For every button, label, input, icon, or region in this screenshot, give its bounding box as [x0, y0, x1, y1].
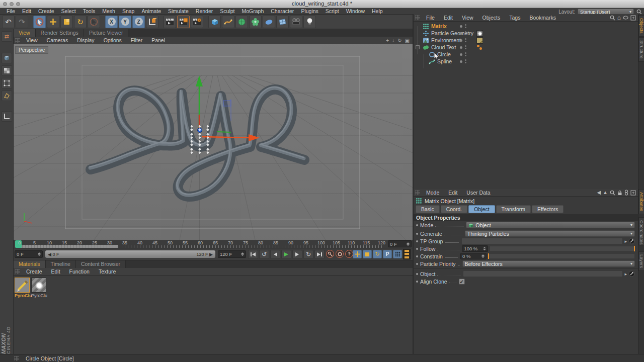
- sketch-material-tag[interactable]: [476, 37, 483, 44]
- visibility-toggles[interactable]: [465, 31, 466, 35]
- tp-group-link-field[interactable]: [461, 238, 623, 244]
- om-menu-objects[interactable]: Objects: [478, 15, 505, 21]
- tab-transform[interactable]: Transform: [496, 205, 531, 213]
- convert-object-button[interactable]: ⇄: [2, 31, 12, 42]
- next-frame-button[interactable]: [292, 250, 302, 259]
- pick-object-icon[interactable]: [628, 238, 635, 244]
- key-scale-toggle[interactable]: [363, 250, 372, 258]
- link-icon[interactable]: [624, 190, 628, 196]
- key-pla-toggle[interactable]: [393, 250, 402, 258]
- z-axis-lock-button[interactable]: Z: [132, 16, 145, 28]
- menu-mesh[interactable]: Mesh: [99, 8, 119, 14]
- mat-menu-function[interactable]: Function: [65, 268, 94, 275]
- add-spline-button[interactable]: [222, 16, 234, 28]
- vp-menu-panel[interactable]: Panel: [147, 37, 170, 43]
- viewport-rotate-icon[interactable]: ↻: [397, 38, 401, 43]
- layer-dot[interactable]: [460, 25, 462, 28]
- material-thumbnail-cloud[interactable]: [31, 278, 46, 293]
- material-item[interactable]: PyroClu: [31, 278, 46, 298]
- autokey-button[interactable]: [336, 250, 344, 258]
- add-light-button[interactable]: [303, 16, 316, 28]
- menu-snap[interactable]: Snap: [119, 8, 138, 14]
- record-keyframe-button[interactable]: [326, 250, 334, 258]
- tab-basic[interactable]: Basic: [416, 205, 440, 213]
- visibility-toggles[interactable]: [465, 52, 466, 56]
- vp-menu-filter[interactable]: Filter: [126, 37, 147, 43]
- om-menu-edit[interactable]: Edit: [439, 15, 457, 21]
- viewport-canvas[interactable]: Perspective: [14, 44, 413, 240]
- panel-grip[interactable]: [415, 15, 420, 20]
- layer-dot[interactable]: [460, 60, 462, 63]
- loop-mode-button[interactable]: ↻: [303, 250, 313, 259]
- layer-dot[interactable]: [460, 46, 462, 49]
- go-to-start-button[interactable]: [248, 250, 258, 259]
- object-name[interactable]: Matrix: [431, 23, 447, 29]
- render-view-button[interactable]: [164, 16, 176, 28]
- timeline-window-button[interactable]: [403, 249, 411, 259]
- add-sky-button[interactable]: [276, 16, 289, 28]
- material-item[interactable]: PyroClu: [15, 278, 30, 298]
- play-backwards-button[interactable]: ↺: [259, 250, 269, 259]
- rotate-tool-button[interactable]: ↻: [74, 16, 87, 28]
- panel-grip[interactable]: [15, 269, 20, 274]
- object-row-spline[interactable]: Spline: [414, 58, 638, 65]
- lock-icon[interactable]: [617, 190, 622, 196]
- object-row-matrix[interactable]: Matrix: [414, 23, 638, 30]
- tab-content-browser[interactable]: Content Browser: [76, 260, 126, 268]
- am-menu-edit[interactable]: Edit: [444, 190, 462, 196]
- tab-materials[interactable]: Materials: [14, 260, 46, 268]
- layer-dot[interactable]: [460, 53, 462, 56]
- object-row-circle[interactable]: Circle: [414, 51, 638, 58]
- undo-button[interactable]: ↶: [2, 16, 15, 28]
- scale-tool-button[interactable]: [60, 16, 73, 28]
- mat-menu-texture[interactable]: Texture: [94, 268, 120, 275]
- visibility-toggles[interactable]: [465, 38, 466, 42]
- object-row-particle-geometry[interactable]: Particle Geometry: [414, 30, 638, 37]
- object-name[interactable]: Environment: [431, 37, 461, 43]
- current-frame-spinner[interactable]: [407, 242, 410, 246]
- viewport-zoom-icon[interactable]: ↓: [392, 38, 394, 43]
- menu-mograph[interactable]: MoGraph: [238, 8, 267, 14]
- menu-edit[interactable]: Edit: [19, 8, 35, 14]
- visibility-toggles[interactable]: [465, 24, 466, 28]
- viewport-pan-icon[interactable]: +: [386, 38, 389, 43]
- om-menu-bookmarks[interactable]: Bookmarks: [525, 15, 560, 21]
- om-menu-view[interactable]: View: [457, 15, 478, 21]
- menu-simulate[interactable]: Simulate: [165, 8, 192, 14]
- edge-tab-structure[interactable]: Structure: [638, 37, 644, 62]
- mat-menu-create[interactable]: Create: [22, 268, 47, 275]
- y-axis-lock-button[interactable]: Y: [119, 16, 131, 28]
- mode-dropdown[interactable]: Object ▾: [466, 222, 635, 228]
- menu-animate[interactable]: Animate: [138, 8, 165, 14]
- object-name[interactable]: Cloud Text: [431, 44, 456, 50]
- render-to-picture-viewer-button[interactable]: [177, 16, 190, 28]
- x-axis-lock-button[interactable]: X: [105, 16, 118, 28]
- search-icon[interactable]: [610, 15, 615, 21]
- workplane-button[interactable]: [2, 111, 12, 122]
- history-up-icon[interactable]: ▲: [603, 190, 608, 195]
- collapse-expander-icon[interactable]: −: [416, 45, 420, 49]
- key-parameter-toggle[interactable]: P: [383, 250, 392, 258]
- visibility-toggles[interactable]: [465, 59, 466, 63]
- last-tool-button[interactable]: [88, 16, 100, 28]
- menu-select[interactable]: Select: [58, 8, 79, 14]
- vp-menu-cameras[interactable]: Cameras: [42, 37, 73, 43]
- panel-grip[interactable]: [415, 190, 420, 195]
- menu-render[interactable]: Render: [192, 8, 216, 14]
- texture-mode-button[interactable]: [2, 65, 12, 76]
- vp-menu-options[interactable]: Options: [99, 37, 126, 43]
- vp-menu-view[interactable]: View: [22, 37, 42, 43]
- align-clone-checkbox[interactable]: ✓: [459, 279, 465, 285]
- key-position-toggle[interactable]: [353, 250, 362, 258]
- menu-plugins[interactable]: Plugins: [297, 8, 321, 14]
- coordinate-system-button[interactable]: [146, 16, 158, 28]
- section-header-object-properties[interactable]: Object Properties: [414, 214, 638, 221]
- link-expand-icon[interactable]: ▸: [624, 272, 627, 277]
- tab-coord[interactable]: Coord.: [441, 205, 468, 213]
- tab-render-settings[interactable]: Render Settings: [36, 29, 84, 37]
- tab-view[interactable]: View: [14, 29, 36, 37]
- redo-button[interactable]: ↷: [16, 16, 28, 28]
- add-mograph-cloner-button[interactable]: [249, 16, 262, 28]
- particle-tag[interactable]: [476, 44, 483, 51]
- generate-dropdown[interactable]: Thinking Particles ▾: [465, 230, 635, 237]
